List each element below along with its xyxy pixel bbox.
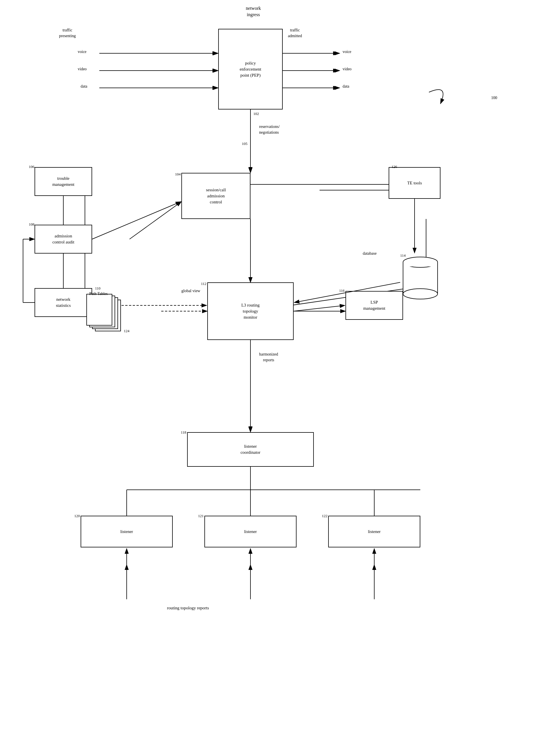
database-cylinder [400, 254, 440, 301]
path-tables-label: Path Tables [89, 291, 108, 297]
ref-122: 122 [322, 513, 327, 519]
network-ingress-label: networkingress [225, 5, 282, 18]
data-in-label: data [81, 84, 87, 89]
te-tools-box: TE tools [389, 167, 440, 199]
listener-coord-box: listenercoordinator [187, 432, 314, 467]
listener1-box: listener [81, 516, 173, 547]
data-out-label: data [342, 84, 349, 89]
network-stats-box: networkstatistics [35, 288, 92, 317]
ref-105: 105 [242, 141, 248, 146]
svg-line-44 [293, 305, 345, 311]
admission-ctrl-box: admissioncontrol audit [35, 225, 92, 254]
ref-112: 112 [201, 281, 207, 286]
ref-124: 124 [124, 328, 130, 334]
pep-box: policyenforcementpoint (PEP) [218, 29, 283, 109]
session-ctrl-box: session/calladmissioncontrol [181, 173, 251, 219]
listener2-box: listener [205, 516, 296, 547]
detail-svg [0, 0, 549, 756]
video-in-label: video [78, 66, 87, 72]
database-svg [400, 254, 440, 300]
routing-topology-label: routing topology reports [167, 605, 209, 611]
voice-out-label: voice [342, 49, 351, 55]
ref-102: 102 [253, 111, 259, 116]
ref-116: 116 [339, 288, 344, 293]
ref-118: 118 [181, 430, 186, 435]
ref-108: 108 [29, 222, 35, 227]
diagram-container: networkingress 100 trafficpresenting tra… [0, 0, 549, 756]
traffic-presenting-label: trafficpresenting [59, 27, 76, 39]
traffic-admitted-label: trafficadmitted [288, 27, 302, 39]
svg-line-36 [92, 202, 181, 239]
ref-104: 104 [175, 172, 181, 177]
ref-120: 120 [74, 513, 80, 519]
video-out-label: video [342, 66, 351, 72]
svg-line-21 [130, 202, 181, 239]
ref-100: 100 [491, 95, 497, 101]
database-label: database [363, 251, 376, 256]
harmonized-reports-label: harmonizedreports [259, 351, 278, 363]
trouble-mgmt-box: troublemanagement [35, 167, 92, 196]
global-view-label: global view [181, 288, 200, 294]
ref-106: 106 [29, 164, 35, 169]
diagram-svg [0, 0, 549, 756]
ref-110: 110 [95, 286, 101, 291]
ref-114: 114 [400, 253, 406, 258]
lsp-mgmt-box: LSPmanagement [345, 291, 403, 320]
svg-point-30 [403, 289, 438, 299]
listener3-box: listener [328, 516, 420, 547]
ref-121: 121 [198, 513, 204, 519]
l3-routing-box: L3 routingtopologymonitor [207, 282, 293, 340]
reservations-label: reservations/negotiations [259, 124, 280, 135]
ref-126: 126 [391, 164, 397, 169]
voice-in-label: voice [78, 49, 86, 55]
svg-rect-31 [403, 262, 437, 267]
